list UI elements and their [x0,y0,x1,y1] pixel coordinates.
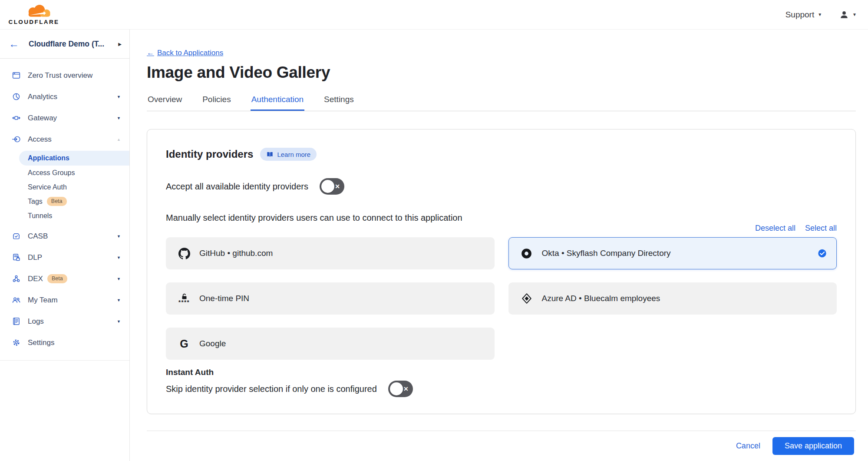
layout: ← Cloudflare Demo (T... ▶ Zero Trust ove… [0,30,868,461]
team-icon [11,295,21,305]
back-to-applications-link[interactable]: ← Back to Applications [147,49,223,57]
sidebar: ← Cloudflare Demo (T... ▶ Zero Trust ove… [0,30,130,461]
identity-providers-card: Identity providers Learn more Accept all… [147,129,856,414]
provider-card-one-time-pin[interactable]: **** One-time PIN [166,282,495,315]
back-arrow-icon: ← [147,49,154,57]
footer-divider [147,431,856,431]
topbar: CLOUDFLARE Support ▼ ▼ [0,0,868,30]
support-label: Support [785,10,815,20]
learn-more-badge[interactable]: Learn more [260,148,317,161]
skip-selection-row: Skip identity provider selection if only… [166,381,837,397]
toggle-knob [321,180,334,193]
toggle-x-icon: ✕ [335,183,340,189]
beta-badge: Beta [47,274,67,283]
casb-icon [11,232,21,241]
provider-card-github[interactable]: GitHub • github.com [166,237,495,269]
provider-card-azure-ad[interactable]: Azure AD • Bluecalm employees [508,282,837,315]
sidebar-item-tunnels[interactable]: Tunnels [0,209,129,223]
chevron-down-icon: ▼ [852,12,857,17]
sidebar-item-access-groups[interactable]: Access Groups [0,166,129,180]
sidebar-nav: Zero Trust overview Analytics ▼ [0,59,129,361]
manual-select-label: Manually select identity providers users… [166,213,837,223]
brand-wordmark: CLOUDFLARE [9,19,59,25]
skip-selection-label: Skip identity provider selection if only… [166,384,377,394]
chevron-down-icon[interactable]: ▼ [117,298,121,302]
selected-check-icon [818,249,827,258]
provider-card-google[interactable]: G Google [166,328,495,360]
sidebar-item-dex[interactable]: DEX Beta ▼ [0,268,129,289]
instant-auth-heading: Instant Auth [166,368,837,377]
chevron-down-icon[interactable]: ▼ [117,319,121,324]
sidebar-item-access[interactable]: Access ▲ [0,129,129,150]
select-links: Deselect all Select all [166,224,837,233]
sidebar-item-service-auth[interactable]: Service Auth [0,180,129,194]
instant-auth-toggle[interactable]: ✕ [388,381,413,397]
chevron-right-icon[interactable]: ▶ [118,42,122,46]
gear-icon [11,338,21,348]
chevron-down-icon[interactable]: ▼ [117,277,121,281]
chevron-down-icon[interactable]: ▼ [117,234,121,239]
back-arrow-icon[interactable]: ← [9,39,19,49]
sidebar-item-settings[interactable]: Settings [0,332,129,353]
chevron-up-icon[interactable]: ▲ [117,137,121,142]
chevron-down-icon: ▼ [818,12,822,17]
azure-ad-icon [520,293,533,304]
sidebar-item-gateway[interactable]: Gateway ▼ [0,107,129,129]
toggle-x-icon: ✕ [403,386,409,392]
accept-all-row: Accept all available identity providers … [166,178,837,195]
google-icon: G [178,338,191,349]
dlp-icon [11,253,21,262]
toggle-knob [390,382,403,395]
sidebar-item-analytics[interactable]: Analytics ▼ [0,86,129,107]
gateway-icon [11,113,21,123]
user-menu[interactable]: ▼ [839,10,857,20]
save-application-button[interactable]: Save application [772,437,854,455]
account-name[interactable]: Cloudflare Demo (T... [29,40,118,49]
sidebar-account-header: ← Cloudflare Demo (T... ▶ [0,30,129,59]
sidebar-item-logs[interactable]: Logs ▼ [0,311,129,332]
chevron-down-icon[interactable]: ▼ [117,255,121,260]
book-icon [266,151,274,158]
card-heading: Identity providers [166,148,253,160]
select-all-link[interactable]: Select all [805,224,837,233]
beta-badge: Beta [47,197,67,206]
provider-card-okta[interactable]: Okta • Skyflash Company Directory [508,237,837,269]
sidebar-item-casb[interactable]: CASB ▼ [0,226,129,247]
main-content: ← Back to Applications Image and Video G… [130,30,868,461]
deselect-all-link[interactable]: Deselect all [755,224,795,233]
sidebar-item-tags[interactable]: Tags Beta [0,194,129,209]
sidebar-item-zero-trust-overview[interactable]: Zero Trust overview [0,65,129,86]
github-icon [178,248,191,259]
page: CLOUDFLARE Support ▼ ▼ ← Cloudflare Demo… [0,0,868,461]
cloudflare-logo: CLOUDFLARE [6,4,62,25]
page-title: Image and Video Gallery [147,63,856,82]
accept-all-toggle[interactable]: ✕ [320,178,344,195]
access-icon [11,135,21,144]
footer-actions: Cancel Save application [147,437,856,455]
accept-all-label: Accept all available identity providers [166,182,308,192]
cloudflare-cloud-icon [20,4,59,20]
access-subnav: Applications Access Groups Service Auth … [0,151,129,223]
topbar-right: Support ▼ ▼ [785,10,857,20]
okta-icon [520,248,533,259]
overview-icon [11,71,21,80]
tab-authentication[interactable]: Authentication [251,95,304,111]
sidebar-item-dlp[interactable]: DLP ▼ [0,247,129,268]
analytics-icon [11,92,21,102]
cancel-button[interactable]: Cancel [736,441,760,451]
sidebar-item-applications[interactable]: Applications [19,151,129,166]
user-icon [839,10,849,20]
card-heading-row: Identity providers Learn more [166,148,837,161]
otp-lock-icon: **** [178,293,191,304]
sidebar-divider [0,360,129,361]
providers-grid: GitHub • github.com Okta • Skyflash Comp… [166,237,837,360]
chevron-down-icon[interactable]: ▼ [117,116,121,120]
support-menu[interactable]: Support ▼ [785,10,822,20]
tab-bar: Overview Policies Authentication Setting… [147,95,856,111]
tab-overview[interactable]: Overview [147,95,183,111]
tab-policies[interactable]: Policies [201,95,231,111]
tab-settings[interactable]: Settings [323,95,355,111]
chevron-down-icon[interactable]: ▼ [117,95,121,99]
sidebar-item-my-team[interactable]: My Team ▼ [0,289,129,311]
logs-icon [11,317,21,326]
